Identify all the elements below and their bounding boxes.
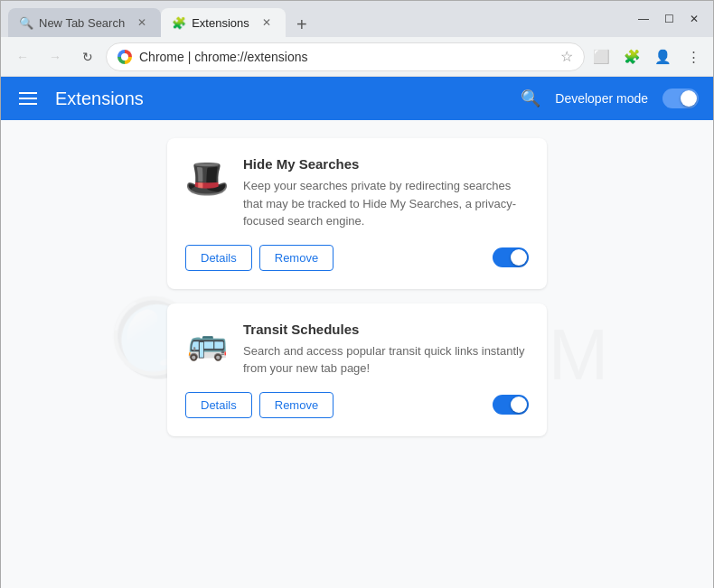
card-top: 🚌 Transit Schedules Search and access po… <box>185 322 529 378</box>
extension-info: Transit Schedules Search and access popu… <box>243 322 529 378</box>
address-separator: | <box>184 50 194 64</box>
title-bar: 🔍 New Tab Search ✕ 🧩 Extensions ✕ + — ☐ … <box>1 1 713 37</box>
extension-description: Keep your searches private by redirectin… <box>243 177 529 230</box>
profile-icon[interactable]: 👤 <box>650 44 675 70</box>
tab-label: New Tab Search <box>39 16 125 30</box>
tab-extensions-icon: 🧩 <box>172 15 186 30</box>
extension-toggle-1[interactable] <box>493 247 529 267</box>
remove-button-1[interactable]: Remove <box>259 245 334 271</box>
hamburger-line <box>19 92 37 94</box>
new-tab-button[interactable]: + <box>289 12 315 37</box>
extensions-title: Extensions <box>55 89 144 109</box>
tab-close-btn[interactable]: ✕ <box>258 14 275 31</box>
hamburger-menu[interactable] <box>15 89 41 108</box>
address-right-icons: ⬜ 🧩 👤 ⋮ <box>588 44 706 70</box>
extension-description: Search and access popular transit quick … <box>243 342 529 378</box>
extension-puzzle-icon[interactable]: 🧩 <box>619 44 644 70</box>
extensions-content: 🔍 FISA.COM 🎩 Hide My Searches Keep your … <box>1 120 713 588</box>
tab-list: 🔍 New Tab Search ✕ 🧩 Extensions ✕ + <box>8 1 625 37</box>
address-text: Chrome | chrome://extensions <box>139 50 553 64</box>
extension-icon-bus: 🚌 <box>185 322 229 365</box>
extension-card-transit-schedules: 🚌 Transit Schedules Search and access po… <box>167 303 547 436</box>
chrome-favicon <box>117 50 132 64</box>
tab-search-icon: 🔍 <box>19 15 33 30</box>
developer-mode-label: Developer mode <box>555 91 648 106</box>
toggle-wrap-1 <box>493 247 529 267</box>
search-icon[interactable]: 🔍 <box>521 89 540 108</box>
address-bar: ← → ↻ Chrome | chrome://extensions ☆ ⬜ 🧩… <box>1 37 713 77</box>
refresh-button[interactable]: ↻ <box>73 42 102 71</box>
extensions-header: Extensions 🔍 Developer mode <box>1 77 713 120</box>
details-button-2[interactable]: Details <box>185 392 252 418</box>
toggle-wrap-2 <box>493 395 529 415</box>
tab-extensions[interactable]: 🧩 Extensions ✕ <box>161 8 286 37</box>
developer-mode-toggle[interactable] <box>662 89 699 108</box>
back-button[interactable]: ← <box>8 42 37 71</box>
extension-name: Hide My Searches <box>243 156 529 172</box>
forward-button[interactable]: → <box>41 42 70 71</box>
close-button[interactable]: ✕ <box>682 7 706 31</box>
window-controls: — ☐ ✕ <box>632 7 706 31</box>
address-url: chrome://extensions <box>194 50 307 64</box>
browser-window: 🔍 New Tab Search ✕ 🧩 Extensions ✕ + — ☐ … <box>0 0 714 588</box>
tab-new-tab-search[interactable]: 🔍 New Tab Search ✕ <box>8 8 161 37</box>
tab-close-btn[interactable]: ✕ <box>134 14 150 31</box>
address-domain: Chrome <box>139 50 184 64</box>
hamburger-line <box>19 103 37 105</box>
extension-name: Transit Schedules <box>243 322 529 337</box>
minimize-button[interactable]: — <box>632 7 655 31</box>
maximize-button[interactable]: ☐ <box>657 7 681 31</box>
card-top: 🎩 Hide My Searches Keep your searches pr… <box>185 156 529 230</box>
tab-label: Extensions <box>192 16 249 30</box>
card-bottom: Details Remove <box>185 245 529 271</box>
screenshot-icon[interactable]: ⬜ <box>588 44 614 70</box>
remove-button-2[interactable]: Remove <box>259 392 334 418</box>
address-input[interactable]: Chrome | chrome://extensions ☆ <box>106 42 585 71</box>
bookmark-icon[interactable]: ☆ <box>560 48 573 65</box>
card-bottom: Details Remove <box>185 392 529 418</box>
details-button-1[interactable]: Details <box>185 245 252 271</box>
extension-toggle-2[interactable] <box>493 395 529 415</box>
extension-card-hide-my-searches: 🎩 Hide My Searches Keep your searches pr… <box>167 138 547 289</box>
extension-icon-hat: 🎩 <box>185 156 229 200</box>
menu-dots-icon[interactable]: ⋮ <box>681 44 706 70</box>
extension-info: Hide My Searches Keep your searches priv… <box>243 156 529 230</box>
hamburger-line <box>19 98 37 99</box>
